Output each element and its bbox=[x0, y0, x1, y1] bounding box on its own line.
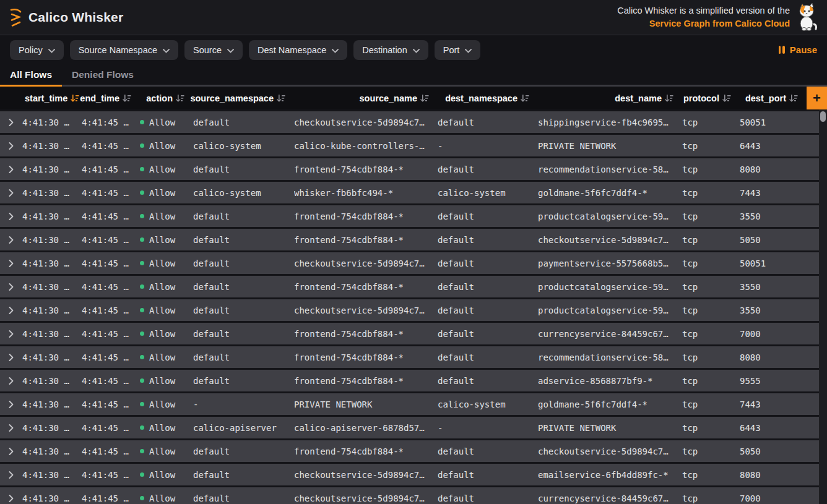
filter-port[interactable]: Port bbox=[435, 40, 481, 60]
row-expander chevron-right-icon[interactable] bbox=[0, 189, 22, 197]
cell-action: Allow bbox=[140, 329, 193, 339]
row-expander chevron-right-icon[interactable] bbox=[0, 213, 22, 220]
cell-end-time: 4:41:45 … bbox=[82, 352, 140, 362]
filter-policy[interactable]: Policy bbox=[10, 40, 64, 60]
row-expander chevron-right-icon[interactable] bbox=[0, 424, 22, 432]
column-header-start_time[interactable]: start_time bbox=[22, 93, 82, 103]
pause-button[interactable]: Pause bbox=[779, 45, 817, 55]
flow-table-row[interactable]: 4:41:30 … 4:41:45 … Allow - PRIVATE NETW… bbox=[0, 393, 819, 415]
cell-dest-name: paymentservice-5575668b5… bbox=[538, 258, 682, 268]
filter-destination-label: Destination bbox=[362, 45, 407, 55]
cell-protocol: tcp bbox=[682, 399, 740, 409]
cell-source-name: frontend-754cdbf884-* bbox=[294, 329, 438, 339]
flow-table-row[interactable]: 4:41:30 … 4:41:45 … Allow default checko… bbox=[0, 111, 819, 133]
column-header-source_namespace[interactable]: source_namespace bbox=[193, 93, 294, 103]
action-label: Allow bbox=[149, 423, 175, 433]
cell-start-time: 4:41:30 … bbox=[22, 305, 82, 315]
cell-source-namespace: calico-system bbox=[193, 188, 294, 198]
flow-table-row[interactable]: 4:41:30 … 4:41:45 … Allow calico-system … bbox=[0, 135, 819, 156]
column-header-dest_port[interactable]: dest_port bbox=[740, 93, 807, 103]
cell-source-name: checkoutservice-5d9894c7… bbox=[294, 117, 438, 127]
column-header-dest_namespace[interactable]: dest_namespace bbox=[438, 93, 538, 103]
service-graph-link[interactable]: Service Graph from Calico Cloud bbox=[649, 19, 790, 28]
cell-dest-namespace: default bbox=[438, 282, 538, 292]
cell-dest-name: recommendationservice-58… bbox=[538, 352, 682, 362]
cell-action: Allow bbox=[140, 188, 193, 198]
cell-source-namespace: default bbox=[193, 282, 294, 292]
cell-dest-port: 5050 bbox=[740, 446, 819, 456]
row-expander chevron-right-icon[interactable] bbox=[0, 283, 22, 291]
table-scrollbar[interactable] bbox=[819, 109, 827, 504]
column-header-source_name[interactable]: source_name bbox=[294, 93, 438, 103]
allow-status-dot bbox=[140, 237, 144, 242]
row-expander chevron-right-icon[interactable] bbox=[0, 330, 22, 338]
cell-start-time: 4:41:30 … bbox=[22, 376, 82, 386]
allow-status-dot bbox=[140, 378, 144, 383]
cell-dest-namespace: default bbox=[438, 258, 538, 268]
cell-dest-name: emailservice-6fb4dd89fc-* bbox=[538, 470, 682, 480]
row-expander chevron-right-icon[interactable] bbox=[0, 377, 22, 385]
chevron-down-icon bbox=[332, 45, 339, 55]
flow-table-row[interactable]: 4:41:30 … 4:41:45 … Allow default fronte… bbox=[0, 158, 819, 180]
row-expander chevron-right-icon[interactable] bbox=[0, 495, 22, 502]
cell-protocol: tcp bbox=[682, 446, 740, 456]
action-label: Allow bbox=[149, 376, 175, 386]
calico-cat-mascot bbox=[796, 3, 818, 32]
cell-source-namespace: default bbox=[193, 258, 294, 268]
cell-dest-name: currencyservice-84459c67… bbox=[538, 329, 682, 339]
row-expander chevron-right-icon[interactable] bbox=[0, 119, 22, 126]
flow-table-row[interactable]: 4:41:30 … 4:41:45 … Allow default fronte… bbox=[0, 440, 819, 462]
flow-table-row[interactable]: 4:41:30 … 4:41:45 … Allow default checko… bbox=[0, 299, 819, 321]
pause-icon bbox=[779, 46, 785, 54]
column-header-action[interactable]: action bbox=[140, 93, 193, 103]
cell-end-time: 4:41:45 … bbox=[82, 211, 140, 221]
cell-start-time: 4:41:30 … bbox=[22, 470, 82, 480]
flow-table-row[interactable]: 4:41:30 … 4:41:45 … Allow default fronte… bbox=[0, 346, 819, 368]
row-expander chevron-right-icon[interactable] bbox=[0, 448, 22, 455]
cell-dest-name: PRIVATE NETWORK bbox=[538, 423, 682, 433]
tab-all-flows[interactable]: All Flows bbox=[0, 64, 62, 85]
action-label: Allow bbox=[149, 352, 175, 362]
filter-bar: Policy Source Namespace Source Dest Name… bbox=[0, 35, 827, 64]
row-expander chevron-right-icon[interactable] bbox=[0, 166, 22, 173]
cell-end-time: 4:41:45 … bbox=[82, 329, 140, 339]
row-expander chevron-right-icon[interactable] bbox=[0, 471, 22, 479]
flow-table-row[interactable]: 4:41:30 … 4:41:45 … Allow default fronte… bbox=[0, 370, 819, 391]
filter-source-namespace[interactable]: Source Namespace bbox=[70, 40, 178, 60]
filter-source[interactable]: Source bbox=[184, 40, 243, 60]
cell-end-time: 4:41:45 … bbox=[82, 399, 140, 409]
cell-dest-namespace: default bbox=[438, 329, 538, 339]
flow-table-row[interactable]: 4:41:30 … 4:41:45 … Allow default checko… bbox=[0, 464, 819, 485]
column-header-dest_name[interactable]: dest_name bbox=[538, 93, 682, 103]
action-label: Allow bbox=[149, 188, 175, 198]
add-column-button plus-icon[interactable]: + bbox=[807, 87, 827, 109]
row-expander chevron-right-icon[interactable] bbox=[0, 401, 22, 408]
column-header-end_time[interactable]: end_time bbox=[82, 93, 140, 103]
cell-dest-port: 7000 bbox=[740, 493, 819, 503]
cell-start-time: 4:41:30 … bbox=[22, 117, 82, 127]
flow-table-row[interactable]: 4:41:30 … 4:41:45 … Allow default fronte… bbox=[0, 229, 819, 250]
column-header-protocol[interactable]: protocol bbox=[682, 93, 740, 103]
row-expander chevron-right-icon[interactable] bbox=[0, 236, 22, 244]
cell-source-name: calico-kube-controllers-… bbox=[294, 141, 438, 151]
flow-table-row[interactable]: 4:41:30 … 4:41:45 … Allow calico-apiserv… bbox=[0, 417, 819, 438]
flow-table-row[interactable]: 4:41:30 … 4:41:45 … Allow default checko… bbox=[0, 487, 819, 504]
flow-table-row[interactable]: 4:41:30 … 4:41:45 … Allow calico-system … bbox=[0, 182, 819, 203]
sort-icon bbox=[520, 94, 529, 103]
cell-start-time: 4:41:30 … bbox=[22, 399, 82, 409]
flow-table-row[interactable]: 4:41:30 … 4:41:45 … Allow default checko… bbox=[0, 252, 819, 274]
flow-table-row[interactable]: 4:41:30 … 4:41:45 … Allow default fronte… bbox=[0, 205, 819, 227]
flow-table-row[interactable]: 4:41:30 … 4:41:45 … Allow default fronte… bbox=[0, 276, 819, 297]
row-expander chevron-right-icon[interactable] bbox=[0, 354, 22, 361]
tab-denied-flows[interactable]: Denied Flows bbox=[62, 64, 144, 85]
filter-destination[interactable]: Destination bbox=[353, 40, 428, 60]
filter-dest-namespace[interactable]: Dest Namespace bbox=[249, 40, 347, 60]
row-expander chevron-right-icon[interactable] bbox=[0, 307, 22, 314]
flow-table-row[interactable]: 4:41:30 … 4:41:45 … Allow default fronte… bbox=[0, 323, 819, 344]
row-expander chevron-right-icon[interactable] bbox=[0, 260, 22, 267]
cell-action: Allow bbox=[140, 117, 193, 127]
scrollbar-thumb[interactable] bbox=[820, 111, 826, 122]
row-expander chevron-right-icon[interactable] bbox=[0, 142, 22, 150]
allow-status-dot bbox=[140, 425, 144, 430]
cell-source-namespace: calico-system bbox=[193, 141, 294, 151]
